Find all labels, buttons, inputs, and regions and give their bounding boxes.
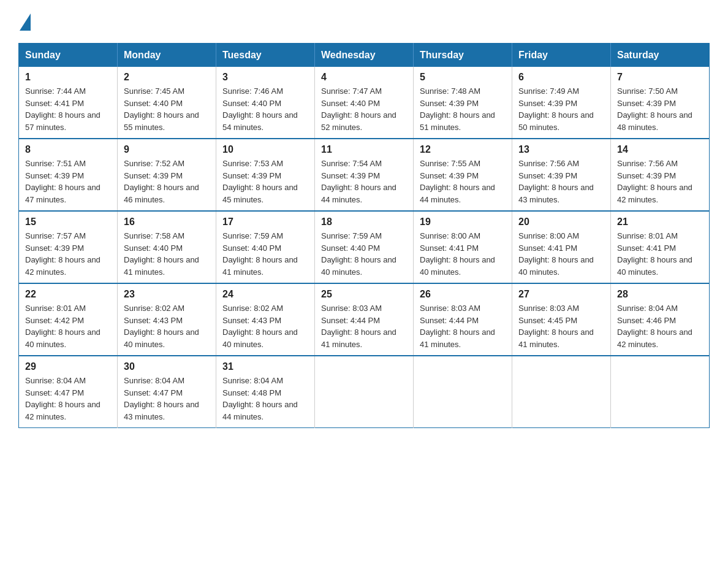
day-number: 14 [617,144,703,155]
day-info: Sunrise: 8:02 AMSunset: 4:43 PMDaylight:… [124,304,199,349]
calendar-week-5: 29 Sunrise: 8:04 AMSunset: 4:47 PMDaylig… [19,356,710,428]
calendar-cell: 28 Sunrise: 8:04 AMSunset: 4:46 PMDaylig… [611,283,710,356]
calendar-cell: 5 Sunrise: 7:48 AMSunset: 4:39 PMDayligh… [414,67,512,139]
day-info: Sunrise: 7:54 AMSunset: 4:39 PMDaylight:… [321,159,396,204]
day-info: Sunrise: 7:56 AMSunset: 4:39 PMDaylight:… [617,159,692,204]
calendar-cell: 17 Sunrise: 7:59 AMSunset: 4:40 PMDaylig… [216,211,315,283]
header-wednesday: Wednesday [315,44,414,67]
day-info: Sunrise: 7:53 AMSunset: 4:39 PMDaylight:… [222,159,298,204]
day-number: 20 [518,216,604,228]
day-info: Sunrise: 8:02 AMSunset: 4:43 PMDaylight:… [222,304,298,349]
header-friday: Friday [512,44,611,67]
day-info: Sunrise: 7:51 AMSunset: 4:39 PMDaylight:… [25,159,100,204]
day-info: Sunrise: 8:00 AMSunset: 4:41 PMDaylight:… [518,231,594,277]
calendar-cell: 7 Sunrise: 7:50 AMSunset: 4:39 PMDayligh… [611,67,710,139]
day-info: Sunrise: 7:57 AMSunset: 4:39 PMDaylight:… [25,231,100,277]
header-saturday: Saturday [611,44,710,67]
day-number: 16 [124,216,210,228]
calendar-cell: 14 Sunrise: 7:56 AMSunset: 4:39 PMDaylig… [611,139,710,211]
calendar-cell: 8 Sunrise: 7:51 AMSunset: 4:39 PMDayligh… [19,139,118,211]
day-info: Sunrise: 7:49 AMSunset: 4:39 PMDaylight:… [518,86,594,132]
day-info: Sunrise: 8:03 AMSunset: 4:44 PMDaylight:… [321,304,396,349]
calendar-cell: 19 Sunrise: 8:00 AMSunset: 4:41 PMDaylig… [414,211,512,283]
calendar-cell: 13 Sunrise: 7:56 AMSunset: 4:39 PMDaylig… [512,139,611,211]
day-number: 26 [420,289,506,300]
calendar-week-1: 1 Sunrise: 7:44 AMSunset: 4:41 PMDayligh… [19,67,710,139]
calendar-cell: 16 Sunrise: 7:58 AMSunset: 4:40 PMDaylig… [118,211,216,283]
calendar-week-2: 8 Sunrise: 7:51 AMSunset: 4:39 PMDayligh… [19,139,710,211]
day-number: 2 [124,72,210,83]
day-info: Sunrise: 7:59 AMSunset: 4:40 PMDaylight:… [321,231,396,277]
day-info: Sunrise: 8:04 AMSunset: 4:47 PMDaylight:… [124,376,199,421]
day-info: Sunrise: 8:01 AMSunset: 4:41 PMDaylight:… [617,231,692,277]
calendar-cell [611,356,710,428]
day-number: 18 [321,216,407,228]
day-number: 13 [518,144,604,155]
day-info: Sunrise: 8:04 AMSunset: 4:47 PMDaylight:… [25,376,100,421]
day-info: Sunrise: 7:50 AMSunset: 4:39 PMDaylight:… [617,86,692,132]
calendar-cell: 9 Sunrise: 7:52 AMSunset: 4:39 PMDayligh… [118,139,216,211]
day-info: Sunrise: 7:46 AMSunset: 4:40 PMDaylight:… [222,86,298,132]
calendar-cell [315,356,414,428]
header-monday: Monday [118,44,216,67]
day-number: 22 [25,289,111,300]
day-info: Sunrise: 7:56 AMSunset: 4:39 PMDaylight:… [518,159,594,204]
day-number: 24 [222,289,308,300]
calendar-cell: 21 Sunrise: 8:01 AMSunset: 4:41 PMDaylig… [611,211,710,283]
calendar-cell: 23 Sunrise: 8:02 AMSunset: 4:43 PMDaylig… [118,283,216,356]
calendar-cell: 24 Sunrise: 8:02 AMSunset: 4:43 PMDaylig… [216,283,315,356]
calendar-cell: 2 Sunrise: 7:45 AMSunset: 4:40 PMDayligh… [118,67,216,139]
page-header [18,12,710,31]
day-info: Sunrise: 7:52 AMSunset: 4:39 PMDaylight:… [124,159,199,204]
day-info: Sunrise: 8:01 AMSunset: 4:42 PMDaylight:… [25,304,100,349]
day-number: 1 [25,72,111,83]
calendar-cell: 6 Sunrise: 7:49 AMSunset: 4:39 PMDayligh… [512,67,611,139]
day-number: 7 [617,72,703,83]
header-sunday: Sunday [19,44,118,67]
day-info: Sunrise: 8:00 AMSunset: 4:41 PMDaylight:… [420,231,495,277]
day-info: Sunrise: 8:03 AMSunset: 4:45 PMDaylight:… [518,304,594,349]
calendar-cell [512,356,611,428]
day-info: Sunrise: 7:59 AMSunset: 4:40 PMDaylight:… [222,231,298,277]
day-number: 17 [222,216,308,228]
calendar-cell: 15 Sunrise: 7:57 AMSunset: 4:39 PMDaylig… [19,211,118,283]
calendar-header-row: SundayMondayTuesdayWednesdayThursdayFrid… [19,44,710,67]
calendar-cell: 12 Sunrise: 7:55 AMSunset: 4:39 PMDaylig… [414,139,512,211]
calendar-cell: 10 Sunrise: 7:53 AMSunset: 4:39 PMDaylig… [216,139,315,211]
day-number: 4 [321,72,407,83]
calendar-cell: 18 Sunrise: 7:59 AMSunset: 4:40 PMDaylig… [315,211,414,283]
day-info: Sunrise: 7:58 AMSunset: 4:40 PMDaylight:… [124,231,199,277]
day-number: 12 [420,144,506,155]
header-tuesday: Tuesday [216,44,315,67]
calendar-week-4: 22 Sunrise: 8:01 AMSunset: 4:42 PMDaylig… [19,283,710,356]
day-number: 25 [321,289,407,300]
day-info: Sunrise: 8:04 AMSunset: 4:48 PMDaylight:… [222,376,298,421]
calendar-cell: 20 Sunrise: 8:00 AMSunset: 4:41 PMDaylig… [512,211,611,283]
day-info: Sunrise: 8:04 AMSunset: 4:46 PMDaylight:… [617,304,692,349]
day-info: Sunrise: 8:03 AMSunset: 4:44 PMDaylight:… [420,304,495,349]
logo [18,12,31,31]
day-number: 3 [222,72,308,83]
day-info: Sunrise: 7:48 AMSunset: 4:39 PMDaylight:… [420,86,495,132]
day-number: 5 [420,72,506,83]
day-number: 28 [617,289,703,300]
day-number: 23 [124,289,210,300]
calendar-cell: 31 Sunrise: 8:04 AMSunset: 4:48 PMDaylig… [216,356,315,428]
day-number: 10 [222,144,308,155]
day-number: 27 [518,289,604,300]
day-number: 15 [25,216,111,228]
day-number: 19 [420,216,506,228]
day-number: 29 [25,361,111,372]
calendar-cell: 27 Sunrise: 8:03 AMSunset: 4:45 PMDaylig… [512,283,611,356]
calendar-week-3: 15 Sunrise: 7:57 AMSunset: 4:39 PMDaylig… [19,211,710,283]
calendar-cell: 4 Sunrise: 7:47 AMSunset: 4:40 PMDayligh… [315,67,414,139]
calendar-cell [414,356,512,428]
day-info: Sunrise: 7:44 AMSunset: 4:41 PMDaylight:… [25,86,100,132]
calendar-cell: 22 Sunrise: 8:01 AMSunset: 4:42 PMDaylig… [19,283,118,356]
day-info: Sunrise: 7:45 AMSunset: 4:40 PMDaylight:… [124,86,199,132]
day-number: 21 [617,216,703,228]
calendar-cell: 25 Sunrise: 8:03 AMSunset: 4:44 PMDaylig… [315,283,414,356]
calendar-cell: 3 Sunrise: 7:46 AMSunset: 4:40 PMDayligh… [216,67,315,139]
calendar-cell: 1 Sunrise: 7:44 AMSunset: 4:41 PMDayligh… [19,67,118,139]
day-number: 8 [25,144,111,155]
